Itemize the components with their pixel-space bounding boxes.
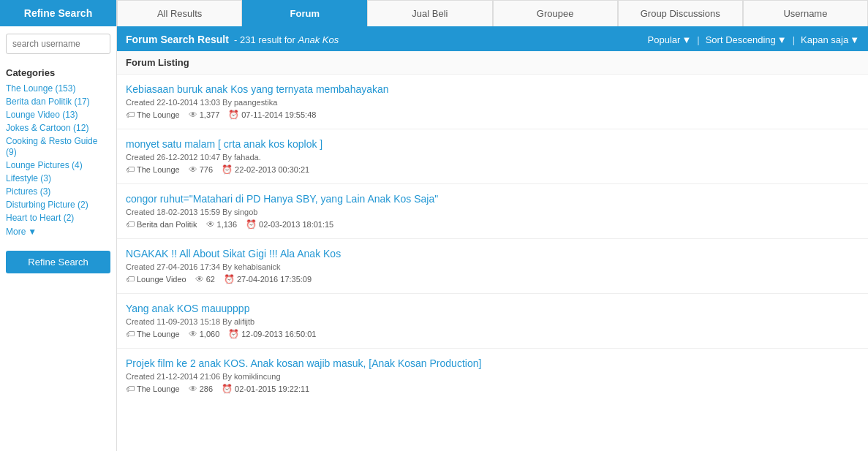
forum-tags-row: 🏷 Lounge Video 👁 62 ⏰ 27-04-2016 17:35:0… (126, 274, 859, 284)
forum-item-title[interactable]: Projek film ke 2 anak KOS. Anak kosan wa… (126, 357, 859, 369)
tag-views: 👁 1,060 (189, 329, 220, 339)
last-active-time: 27-04-2016 17:35:09 (237, 275, 312, 284)
filter-sort-button[interactable]: Sort Descending ▼ (706, 34, 787, 45)
category-item: Disturbing Picture (2) (6, 199, 110, 210)
category-list: The Lounge (153)Berita dan Politik (17)L… (6, 83, 110, 223)
filter-separator-2: | (793, 34, 795, 45)
forum-item: Yang anak KOS mauupppp Created 11-09-201… (117, 294, 868, 349)
last-active-time: 02-01-2015 19:22:11 (235, 384, 309, 393)
sidebar: Refine Search Categories The Lounge (153… (0, 0, 117, 451)
last-active-time: 07-11-2014 19:55:48 (241, 110, 316, 119)
category-item: Jokes & Cartoon (12) (6, 122, 110, 133)
tab-username[interactable]: Username (743, 0, 868, 26)
last-active-time: 12-09-2013 16:50:01 (241, 330, 316, 338)
tab-groupee[interactable]: Groupee (493, 0, 618, 26)
tag-icon: 🏷 (126, 329, 135, 339)
tag-icon: 🏷 (126, 110, 135, 120)
category-link[interactable]: Lifestyle (3) (6, 173, 51, 183)
forum-meta-created: Created 22-10-2014 13:03 By paangestika (126, 98, 859, 107)
tag-icon: 🏷 (126, 164, 135, 175)
sidebar-header: Refine Search (0, 0, 116, 26)
views-icon: 👁 (189, 329, 197, 339)
forum-tags-row: 🏷 Berita dan Politik 👁 1,136 ⏰ 02-03-201… (126, 219, 859, 230)
forum-meta-created: Created 18-02-2013 15:59 By singob (126, 208, 859, 216)
forum-listing-label: Forum Listing (117, 51, 868, 75)
category-item: Lounge Pictures (4) (6, 159, 110, 170)
tab-group-discussions[interactable]: Group Discussions (618, 0, 743, 26)
views-count: 776 (200, 165, 213, 174)
category-link[interactable]: Heart to Heart (2) (6, 213, 74, 223)
results-title: Forum Search Result (126, 34, 229, 45)
main-content: All ResultsForumJual BeliGroupeeGroup Di… (117, 0, 868, 451)
forum-tags-row: 🏷 The Lounge 👁 1,060 ⏰ 12-09-2013 16:50:… (126, 329, 859, 339)
tag-last-active: ⏰ 02-01-2015 19:22:11 (222, 384, 309, 394)
categories-section: Categories The Lounge (153)Berita dan Po… (0, 61, 116, 245)
category-item: Berita dan Politik (17) (6, 96, 110, 107)
forum-item-title[interactable]: Yang anak KOS mauupppp (126, 303, 859, 314)
results-header: Forum Search Result - 231 result for Ana… (117, 28, 868, 51)
category-link[interactable]: Berita dan Politik (17) (6, 96, 90, 107)
clock-icon: ⏰ (222, 384, 233, 394)
more-chevron-icon: ▼ (28, 227, 37, 237)
tag-views: 👁 1,377 (189, 110, 220, 120)
filter-popular-button[interactable]: Popular ▼ (648, 34, 692, 45)
category-link[interactable]: Disturbing Picture (2) (6, 200, 88, 210)
category-link[interactable]: Lounge Pictures (4) (6, 160, 83, 170)
clock-icon: ⏰ (222, 164, 233, 175)
forum-item-title[interactable]: NGAKAK !! All About Sikat Gigi !!! Ala A… (126, 248, 859, 259)
tabs-bar: All ResultsForumJual BeliGroupeeGroup Di… (117, 0, 868, 28)
views-icon: 👁 (189, 384, 197, 394)
category-item: The Lounge (153) (6, 83, 110, 94)
category-item: Cooking & Resto Guide (9) (6, 135, 110, 157)
category-link[interactable]: Cooking & Resto Guide (9) (6, 136, 97, 157)
forum-item-title[interactable]: Kebiasaan buruk anak Kos yang ternyata m… (126, 83, 859, 95)
clock-icon: ⏰ (224, 274, 235, 284)
popular-chevron-icon: ▼ (682, 34, 691, 45)
forum-item: Kebiasaan buruk anak Kos yang ternyata m… (117, 75, 868, 129)
categories-title: Categories (6, 67, 110, 78)
tag-category-label: The Lounge (137, 165, 180, 174)
search-input[interactable] (6, 34, 110, 54)
last-active-time: 22-02-2013 00:30:21 (235, 165, 309, 174)
forum-meta-created: Created 11-09-2013 15:18 By alifijtb (126, 317, 859, 326)
category-link[interactable]: Jokes & Cartoon (12) (6, 123, 88, 133)
tag-icon: 🏷 (126, 274, 135, 284)
tag-category-label: The Lounge (137, 330, 180, 338)
tag-last-active: ⏰ 07-11-2014 19:55:48 (228, 110, 316, 120)
tag-last-active: ⏰ 27-04-2016 17:35:09 (224, 274, 312, 284)
forum-item-title[interactable]: congor ruhut="Matahari di PD Hanya SBY, … (126, 193, 859, 205)
forum-item-title[interactable]: monyet satu malam [ crta anak kos koplok… (126, 138, 859, 150)
tag-category-label: Berita dan Politik (137, 220, 197, 229)
category-item: Heart to Heart (2) (6, 212, 110, 223)
tab-all-results[interactable]: All Results (117, 0, 242, 26)
more-link[interactable]: More ▼ (6, 227, 37, 237)
forum-item: monyet satu malam [ crta anak kos koplok… (117, 129, 868, 184)
category-link[interactable]: The Lounge (153) (6, 83, 75, 94)
tag-last-active: ⏰ 22-02-2013 00:30:21 (222, 164, 309, 175)
tag-category: 🏷 Berita dan Politik (126, 219, 197, 230)
tag-views: 👁 62 (195, 274, 215, 284)
views-icon: 👁 (189, 110, 197, 120)
forum-meta-created: Created 26-12-2012 10:47 By fahada. (126, 153, 859, 162)
results-count: - 231 result for Anak Kos (231, 34, 339, 45)
refine-search-button[interactable]: Refine Search (6, 251, 110, 273)
filter-controls: Popular ▼ | Sort Descending ▼ | Kapan sa… (648, 34, 859, 45)
category-link[interactable]: Lounge Video (13) (6, 110, 78, 120)
tag-icon: 🏷 (126, 384, 135, 394)
forum-tags-row: 🏷 The Lounge 👁 776 ⏰ 22-02-2013 00:30:21 (126, 164, 859, 175)
tag-views: 👁 776 (189, 164, 213, 175)
tag-icon: 🏷 (126, 219, 135, 230)
tab-jual-beli[interactable]: Jual Beli (367, 0, 492, 26)
forum-meta-created: Created 21-12-2014 21:06 By komiklincung (126, 372, 859, 381)
tag-category: 🏷 The Lounge (126, 164, 180, 175)
forum-list: Kebiasaan buruk anak Kos yang ternyata m… (117, 75, 868, 403)
tag-category: 🏷 Lounge Video (126, 274, 186, 284)
forum-meta-created: Created 27-04-2016 17:34 By kehabisanick (126, 262, 859, 271)
filter-kapan-button[interactable]: Kapan saja ▼ (801, 34, 859, 45)
category-item: Pictures (3) (6, 186, 110, 197)
tag-category-label: The Lounge (137, 384, 180, 393)
tab-forum[interactable]: Forum (242, 0, 367, 26)
views-count: 1,136 (217, 220, 238, 229)
more-label: More (6, 227, 26, 237)
category-link[interactable]: Pictures (3) (6, 186, 50, 197)
